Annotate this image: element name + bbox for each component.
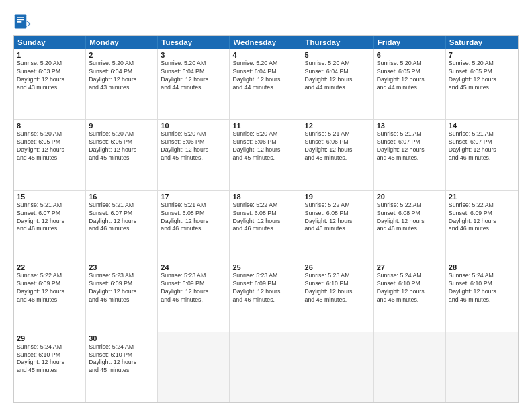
day-number: 26 <box>305 263 371 271</box>
day-number: 2 <box>89 51 154 59</box>
day-info: Sunrise: 5:24 AM Sunset: 6:10 PM Dayligh… <box>449 272 515 304</box>
day-number: 5 <box>305 51 371 59</box>
day-info: Sunrise: 5:20 AM Sunset: 6:04 PM Dayligh… <box>232 60 298 92</box>
calendar-cell: 12Sunrise: 5:21 AM Sunset: 6:06 PM Dayli… <box>302 120 374 189</box>
calendar-cell: 24Sunrise: 5:23 AM Sunset: 6:09 PM Dayli… <box>158 261 230 331</box>
day-number: 18 <box>232 193 298 201</box>
day-info: Sunrise: 5:20 AM Sunset: 6:04 PM Dayligh… <box>89 60 154 92</box>
calendar-cell: 25Sunrise: 5:23 AM Sunset: 6:09 PM Dayli… <box>230 261 302 331</box>
day-info: Sunrise: 5:22 AM Sunset: 6:09 PM Dayligh… <box>449 201 515 234</box>
day-info: Sunrise: 5:21 AM Sunset: 6:06 PM Dayligh… <box>305 130 371 163</box>
day-number: 22 <box>17 263 83 271</box>
day-info: Sunrise: 5:23 AM Sunset: 6:09 PM Dayligh… <box>232 272 298 304</box>
calendar-cell: 5Sunrise: 5:20 AM Sunset: 6:04 PM Daylig… <box>302 49 374 119</box>
day-info: Sunrise: 5:21 AM Sunset: 6:08 PM Dayligh… <box>161 201 226 234</box>
calendar-cell: 17Sunrise: 5:21 AM Sunset: 6:08 PM Dayli… <box>158 191 230 261</box>
day-info: Sunrise: 5:21 AM Sunset: 6:07 PM Dayligh… <box>377 130 443 163</box>
day-number: 1 <box>17 51 83 59</box>
day-info: Sunrise: 5:22 AM Sunset: 6:08 PM Dayligh… <box>232 201 298 234</box>
day-info: Sunrise: 5:24 AM Sunset: 6:10 PM Dayligh… <box>377 272 443 304</box>
day-number: 24 <box>161 263 226 271</box>
header-day-sunday: Sunday <box>14 36 86 49</box>
header-day-tuesday: Tuesday <box>158 36 230 49</box>
calendar-cell: 11Sunrise: 5:20 AM Sunset: 6:06 PM Dayli… <box>230 120 302 189</box>
day-info: Sunrise: 5:24 AM Sunset: 6:10 PM Dayligh… <box>89 343 154 375</box>
day-number: 14 <box>449 122 515 130</box>
day-number: 27 <box>377 263 443 271</box>
calendar-cell: 26Sunrise: 5:23 AM Sunset: 6:10 PM Dayli… <box>302 261 374 331</box>
header-day-monday: Monday <box>86 36 158 49</box>
calendar-cell: 21Sunrise: 5:22 AM Sunset: 6:09 PM Dayli… <box>446 191 518 261</box>
logo <box>13 12 34 31</box>
day-info: Sunrise: 5:23 AM Sunset: 6:09 PM Dayligh… <box>89 272 154 304</box>
day-number: 4 <box>232 51 298 59</box>
day-info: Sunrise: 5:22 AM Sunset: 6:08 PM Dayligh… <box>305 201 371 234</box>
svg-rect-2 <box>17 19 24 21</box>
day-number: 12 <box>305 122 371 130</box>
day-info: Sunrise: 5:21 AM Sunset: 6:07 PM Dayligh… <box>89 201 154 234</box>
calendar-cell <box>158 332 230 402</box>
calendar-row-3: 15Sunrise: 5:21 AM Sunset: 6:07 PM Dayli… <box>14 190 518 261</box>
header-day-wednesday: Wednesday <box>230 36 302 49</box>
day-number: 7 <box>449 51 515 59</box>
calendar-cell: 4Sunrise: 5:20 AM Sunset: 6:04 PM Daylig… <box>230 49 302 119</box>
calendar-cell <box>374 332 446 402</box>
calendar-cell: 16Sunrise: 5:21 AM Sunset: 6:07 PM Dayli… <box>86 191 158 261</box>
day-number: 28 <box>449 263 515 271</box>
calendar-cell: 23Sunrise: 5:23 AM Sunset: 6:09 PM Dayli… <box>86 261 158 331</box>
calendar-cell: 13Sunrise: 5:21 AM Sunset: 6:07 PM Dayli… <box>374 120 446 189</box>
day-info: Sunrise: 5:21 AM Sunset: 6:07 PM Dayligh… <box>17 201 83 234</box>
svg-rect-3 <box>17 21 21 23</box>
calendar-row-4: 22Sunrise: 5:22 AM Sunset: 6:09 PM Dayli… <box>14 261 518 331</box>
day-info: Sunrise: 5:20 AM Sunset: 6:04 PM Dayligh… <box>305 60 371 92</box>
calendar-cell: 28Sunrise: 5:24 AM Sunset: 6:10 PM Dayli… <box>446 261 518 331</box>
day-info: Sunrise: 5:20 AM Sunset: 6:04 PM Dayligh… <box>161 60 226 92</box>
header-day-saturday: Saturday <box>446 36 518 49</box>
calendar-cell: 3Sunrise: 5:20 AM Sunset: 6:04 PM Daylig… <box>158 49 230 119</box>
calendar-cell: 6Sunrise: 5:20 AM Sunset: 6:05 PM Daylig… <box>374 49 446 119</box>
day-info: Sunrise: 5:20 AM Sunset: 6:03 PM Dayligh… <box>17 60 83 92</box>
calendar-cell: 27Sunrise: 5:24 AM Sunset: 6:10 PM Dayli… <box>374 261 446 331</box>
day-number: 30 <box>89 334 154 342</box>
svg-rect-1 <box>17 17 24 18</box>
calendar-cell: 2Sunrise: 5:20 AM Sunset: 6:04 PM Daylig… <box>86 49 158 119</box>
day-number: 10 <box>161 122 226 130</box>
calendar-cell: 9Sunrise: 5:20 AM Sunset: 6:05 PM Daylig… <box>86 120 158 189</box>
calendar-cell: 8Sunrise: 5:20 AM Sunset: 6:05 PM Daylig… <box>14 120 86 189</box>
day-info: Sunrise: 5:22 AM Sunset: 6:09 PM Dayligh… <box>17 272 83 304</box>
calendar-cell: 18Sunrise: 5:22 AM Sunset: 6:08 PM Dayli… <box>230 191 302 261</box>
calendar-cell: 14Sunrise: 5:21 AM Sunset: 6:07 PM Dayli… <box>446 120 518 189</box>
calendar-body: 1Sunrise: 5:20 AM Sunset: 6:03 PM Daylig… <box>14 49 518 402</box>
day-number: 29 <box>17 334 83 342</box>
day-number: 21 <box>449 193 515 201</box>
calendar-cell: 7Sunrise: 5:20 AM Sunset: 6:05 PM Daylig… <box>446 49 518 119</box>
day-info: Sunrise: 5:23 AM Sunset: 6:09 PM Dayligh… <box>161 272 226 304</box>
day-info: Sunrise: 5:20 AM Sunset: 6:06 PM Dayligh… <box>232 130 298 163</box>
day-number: 20 <box>377 193 443 201</box>
calendar-cell <box>230 332 302 402</box>
calendar-cell <box>446 332 518 402</box>
day-info: Sunrise: 5:20 AM Sunset: 6:05 PM Dayligh… <box>377 60 443 92</box>
day-number: 8 <box>17 122 83 130</box>
day-info: Sunrise: 5:23 AM Sunset: 6:10 PM Dayligh… <box>305 272 371 304</box>
calendar-cell: 15Sunrise: 5:21 AM Sunset: 6:07 PM Dayli… <box>14 191 86 261</box>
day-info: Sunrise: 5:20 AM Sunset: 6:05 PM Dayligh… <box>17 130 83 163</box>
day-info: Sunrise: 5:21 AM Sunset: 6:07 PM Dayligh… <box>449 130 515 163</box>
day-number: 16 <box>89 193 154 201</box>
day-info: Sunrise: 5:24 AM Sunset: 6:10 PM Dayligh… <box>17 343 83 375</box>
calendar-cell: 22Sunrise: 5:22 AM Sunset: 6:09 PM Dayli… <box>14 261 86 331</box>
day-info: Sunrise: 5:22 AM Sunset: 6:08 PM Dayligh… <box>377 201 443 234</box>
calendar-cell: 30Sunrise: 5:24 AM Sunset: 6:10 PM Dayli… <box>86 332 158 402</box>
day-number: 19 <box>305 193 371 201</box>
calendar-cell: 1Sunrise: 5:20 AM Sunset: 6:03 PM Daylig… <box>14 49 86 119</box>
calendar-cell: 10Sunrise: 5:20 AM Sunset: 6:06 PM Dayli… <box>158 120 230 189</box>
day-number: 6 <box>377 51 443 59</box>
calendar: SundayMondayTuesdayWednesdayThursdayFrid… <box>13 35 519 403</box>
day-info: Sunrise: 5:20 AM Sunset: 6:06 PM Dayligh… <box>161 130 226 163</box>
calendar-row-2: 8Sunrise: 5:20 AM Sunset: 6:05 PM Daylig… <box>14 119 518 189</box>
day-info: Sunrise: 5:20 AM Sunset: 6:05 PM Dayligh… <box>89 130 154 163</box>
day-number: 11 <box>232 122 298 130</box>
calendar-cell: 20Sunrise: 5:22 AM Sunset: 6:08 PM Dayli… <box>374 191 446 261</box>
calendar-cell <box>302 332 374 402</box>
day-info: Sunrise: 5:20 AM Sunset: 6:05 PM Dayligh… <box>449 60 515 92</box>
